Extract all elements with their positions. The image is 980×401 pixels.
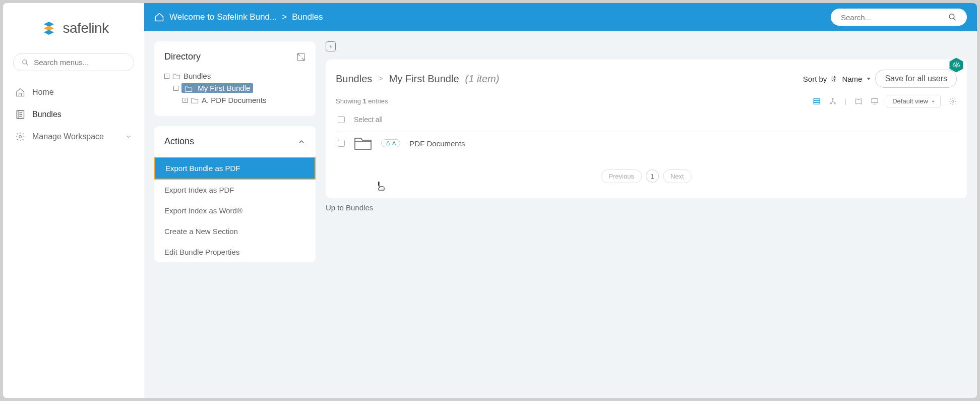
action-create-section[interactable]: Create a New Section: [154, 221, 316, 242]
directory-card: Directory − Bundles −: [154, 41, 316, 116]
right-panel: Bundles > My First Bundle (1 item) Sort …: [326, 41, 967, 388]
expand-icon[interactable]: [296, 52, 305, 62]
action-edit-properties[interactable]: Edit Bundle Properties: [154, 242, 316, 262]
scales-badge[interactable]: [949, 58, 964, 73]
svg-point-8: [949, 14, 954, 19]
svg-point-0: [23, 60, 27, 64]
sidebar: safelink Home Bundles Manage Works: [3, 3, 144, 398]
content-crumb-current: My First Bundle: [389, 73, 459, 85]
svg-line-1: [26, 63, 28, 65]
svg-rect-27: [387, 143, 390, 145]
separator: |: [845, 97, 846, 105]
save-for-all-button[interactable]: Save for all users: [875, 70, 957, 88]
svg-text:A: A: [834, 76, 836, 79]
svg-point-25: [952, 100, 954, 102]
sort-icon[interactable]: AZ: [831, 75, 838, 82]
directory-tree: − Bundles − My First Bundle: [164, 70, 305, 106]
action-export-index-pdf[interactable]: Export Index as PDF: [154, 180, 316, 200]
svg-text:Z: Z: [834, 79, 836, 82]
chevron-up-icon[interactable]: [297, 138, 305, 146]
topbar: Welcome to Safelink Bund... > Bundles: [144, 3, 977, 31]
breadcrumb-item[interactable]: Welcome to Safelink Bund...: [169, 12, 277, 22]
chevron-down-icon: [125, 133, 132, 140]
tree-item-my-first-bundle[interactable]: − My First Bundle: [164, 82, 305, 94]
caret-down-icon: [931, 99, 935, 103]
top-search-input[interactable]: [841, 13, 948, 22]
showing-text: Showing 1 entries: [336, 97, 388, 105]
action-export-index-word[interactable]: Export Index as Word®: [154, 200, 316, 221]
tree-toggle-icon[interactable]: −: [173, 86, 178, 91]
unlock-icon: [386, 141, 391, 146]
sidebar-search-input[interactable]: [34, 58, 126, 67]
list-item[interactable]: A PDF Documents: [336, 132, 957, 154]
breadcrumb-item[interactable]: Bundles: [292, 12, 323, 22]
item-name[interactable]: PDF Documents: [409, 139, 465, 148]
folder-icon: [172, 73, 180, 80]
top-search[interactable]: [831, 9, 967, 26]
nav-bundles-label: Bundles: [32, 110, 62, 119]
svg-line-12: [302, 58, 304, 60]
page-number[interactable]: 1: [646, 169, 659, 183]
logo: safelink: [3, 13, 144, 53]
home-icon: [15, 87, 25, 97]
svg-line-11: [297, 53, 300, 56]
sidebar-search[interactable]: [13, 53, 134, 71]
content-crumb-root[interactable]: Bundles: [336, 73, 372, 85]
svg-point-19: [832, 98, 833, 100]
sort-value[interactable]: Name: [842, 75, 862, 83]
bundles-icon: [15, 109, 25, 120]
breadcrumb-sep: >: [282, 12, 287, 22]
tree-item-bundles[interactable]: − Bundles: [164, 70, 305, 82]
tree-label: A. PDF Documents: [202, 96, 266, 104]
actions-card: Actions Export Bundle as PDF Export Inde…: [154, 126, 316, 262]
next-button[interactable]: Next: [663, 169, 692, 183]
svg-rect-16: [814, 98, 820, 100]
nav-manage-label: Manage Workspace: [32, 132, 104, 141]
lock-badge: A: [381, 139, 400, 147]
up-to-bundles-link[interactable]: Up to Bundles: [326, 203, 967, 212]
prev-button[interactable]: Previous: [601, 169, 642, 183]
svg-line-9: [954, 18, 956, 20]
select-all-label[interactable]: Select all: [354, 116, 383, 124]
svg-rect-17: [814, 100, 820, 102]
nav-home-label: Home: [32, 88, 54, 97]
left-panel: Directory − Bundles −: [154, 41, 316, 388]
select-all-checkbox[interactable]: [338, 116, 345, 123]
svg-point-7: [19, 136, 22, 138]
tree-item-pdf-documents[interactable]: + A. PDF Documents: [164, 94, 305, 106]
svg-point-21: [834, 102, 835, 104]
caret-down-icon[interactable]: [866, 76, 871, 81]
gear-icon: [15, 132, 25, 142]
action-export-bundle-pdf[interactable]: Export Bundle as PDF: [154, 157, 316, 180]
nav-bundles[interactable]: Bundles: [3, 103, 144, 126]
chevron-left-icon: [328, 43, 334, 49]
pagination: Previous 1 Next: [336, 169, 957, 183]
sort-label: Sort by: [803, 75, 827, 83]
tree-toggle-icon[interactable]: +: [182, 98, 188, 103]
book-icon[interactable]: [854, 97, 863, 105]
nav-home[interactable]: Home: [3, 81, 144, 103]
list-view-icon[interactable]: [813, 97, 821, 105]
svg-marker-15: [867, 78, 871, 80]
breadcrumb: Welcome to Safelink Bund... > Bundles: [154, 12, 323, 22]
hierarchy-icon[interactable]: [829, 97, 837, 105]
tree-label: My First Bundle: [198, 84, 250, 92]
gear-icon[interactable]: [949, 97, 957, 105]
main-area: Welcome to Safelink Bund... > Bundles Di…: [144, 3, 977, 398]
nav-manage-workspace[interactable]: Manage Workspace: [3, 126, 144, 148]
actions-title: Actions: [164, 136, 194, 147]
item-checkbox[interactable]: [338, 140, 345, 147]
collapse-panel-button[interactable]: [326, 41, 336, 51]
view-selector[interactable]: Default view: [887, 95, 941, 107]
svg-rect-22: [872, 98, 878, 102]
home-icon[interactable]: [154, 12, 164, 22]
search-icon: [948, 13, 957, 22]
folder-icon: [191, 97, 199, 104]
logo-icon: [39, 18, 59, 38]
monitor-icon[interactable]: [871, 97, 879, 105]
folder-icon: [185, 85, 193, 92]
crumb-sep: >: [378, 74, 383, 83]
folder-icon: [354, 136, 372, 150]
svg-marker-24: [932, 100, 934, 102]
tree-toggle-icon[interactable]: −: [164, 74, 169, 79]
